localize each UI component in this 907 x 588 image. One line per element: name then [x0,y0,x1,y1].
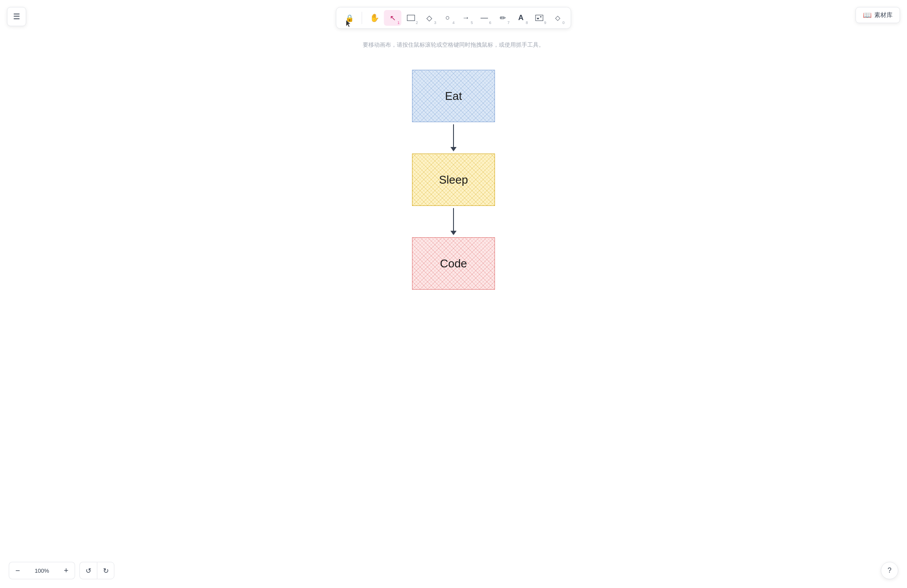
pen-tool-button[interactable]: ✏ 7 [494,10,512,26]
code-node[interactable]: Code [412,237,495,290]
eraser-shortcut: 0 [562,21,564,25]
lock-icon: 🔒 [345,14,354,22]
lock-tool-button[interactable]: 🔒 [341,10,358,26]
flowchart: Eat Sleep Code [412,70,495,290]
library-button[interactable]: 📖 素材库 [855,7,900,23]
diamond-tool-button[interactable]: ◇ 3 [421,10,438,26]
hint-text: 要移动画布，请按住鼠标滚轮或空格键同时拖拽鼠标，或使用抓手工具。 [363,41,544,49]
arrow-2 [450,206,457,237]
hand-icon: ✋ [370,13,379,23]
zoom-in-icon: + [64,566,69,575]
image-tool-button[interactable]: 9 [531,10,548,26]
line-icon: — [481,14,488,22]
rect-shortcut: 2 [416,21,418,25]
select-tool-button[interactable]: ↖ 1 [384,10,402,26]
text-icon: A [518,14,523,22]
history-buttons: ↺ ↻ [79,562,114,579]
sleep-label: Sleep [439,173,468,187]
menu-button[interactable]: ☰ [7,7,26,26]
arrow-line-2 [453,208,454,231]
select-shortcut: 1 [397,21,399,25]
toolbar-divider-1 [362,12,362,24]
image-icon [536,15,543,21]
ellipse-icon: ○ [445,14,450,22]
pen-shortcut: 7 [507,21,509,25]
redo-icon: ↻ [103,567,109,575]
arrow-head-1 [450,147,457,151]
library-icon: 📖 [863,11,872,19]
eat-node[interactable]: Eat [412,70,495,122]
zoom-out-icon: − [15,566,20,575]
text-shortcut: 8 [526,21,528,25]
rect-tool-button[interactable]: 2 [402,10,420,26]
select-icon: ↖ [390,14,396,23]
sleep-node[interactable]: Sleep [412,154,495,206]
eat-label: Eat [445,89,462,103]
arrow-shortcut: 5 [471,21,473,25]
toolbar: 🔒 ✋ ↖ 1 2 ◇ 3 ○ 4 → 5 — 6 ✏ 7 A 8 [336,7,571,29]
arrow-line-1 [453,124,454,147]
code-label: Code [440,257,467,270]
menu-icon: ☰ [13,12,20,21]
bottom-toolbar: − 100% + ↺ ↻ [9,562,114,579]
ellipse-shortcut: 4 [452,21,454,25]
zoom-in-button[interactable]: + [58,562,75,579]
zoom-display[interactable]: 100% [26,562,58,579]
diamond-icon: ◇ [426,14,432,23]
help-icon: ? [888,567,892,574]
undo-icon: ↺ [86,567,91,575]
zoom-out-button[interactable]: − [9,562,26,579]
redo-button[interactable]: ↻ [97,562,114,579]
eraser-tool-button[interactable]: ◇ 0 [549,10,567,26]
hand-tool-button[interactable]: ✋ [366,10,383,26]
arrow-tool-button[interactable]: → 5 [457,10,475,26]
eraser-icon: ◇ [555,14,560,22]
line-shortcut: 6 [489,21,491,25]
diamond-shortcut: 3 [434,21,436,25]
line-tool-button[interactable]: — 6 [476,10,493,26]
undo-button[interactable]: ↺ [79,562,97,579]
arrow-head-2 [450,231,457,235]
text-tool-button[interactable]: A 8 [512,10,530,26]
library-label: 素材库 [874,11,893,19]
arrow-icon: → [462,14,470,22]
pen-icon: ✏ [500,14,506,23]
help-button[interactable]: ? [881,562,898,579]
image-shortcut: 9 [544,21,546,25]
arrow-1 [450,122,457,154]
ellipse-tool-button[interactable]: ○ 4 [439,10,457,26]
rect-icon [407,15,415,21]
